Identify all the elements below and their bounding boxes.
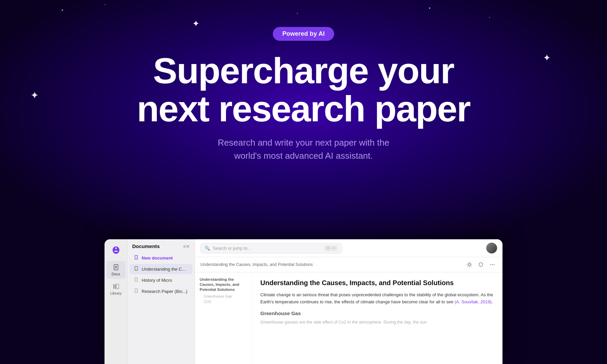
doc-paragraph-greenhouse: Greenhouse gasses are the side effect of… — [260, 319, 494, 326]
app-logo — [110, 244, 122, 256]
more-options-icon[interactable] — [488, 260, 497, 269]
toc-item-greenhouse[interactable]: Greenhouse Gas — [200, 294, 247, 298]
search-box[interactable]: 🔍 Search or jump to... ⌘+ K — [200, 243, 342, 253]
new-doc-label: New document — [142, 255, 173, 261]
hero-title-line2: next research paper — [137, 88, 470, 129]
svg-rect-7 — [113, 284, 114, 289]
svg-rect-9 — [116, 284, 119, 289]
documents-panel: Documents ≡✕ New document — [127, 239, 195, 364]
svg-point-25 — [468, 264, 470, 266]
breadcrumb-actions — [465, 260, 497, 269]
svg-point-26 — [490, 264, 491, 265]
sidebar-icons: Docs Library — [105, 239, 127, 364]
toc-item-main[interactable]: Understanding theCauses, Impacts, andPot… — [200, 277, 247, 292]
doc-icon-history — [134, 277, 139, 283]
hero-title-line1: Supercharge your — [153, 50, 454, 91]
toc-item-co2[interactable]: CO2 — [200, 300, 247, 304]
doc-item-history[interactable]: History of Micro — [129, 275, 193, 285]
hero-section: Powered by AI Supercharge your next rese… — [0, 0, 607, 162]
search-shortcut: ⌘+ K — [324, 245, 338, 251]
library-icon — [112, 283, 120, 290]
powered-badge: Powered by AI — [273, 27, 334, 41]
settings-icon[interactable] — [465, 260, 474, 269]
shield-icon[interactable] — [476, 260, 486, 269]
doc-label-history: History of Micro — [142, 278, 172, 283]
doc-icon-research — [134, 289, 139, 294]
avatar-image — [486, 243, 497, 253]
sidebar-item-docs[interactable]: Docs — [107, 261, 125, 279]
toc-panel: Understanding theCauses, Impacts, andPot… — [195, 272, 252, 364]
main-content: 🔍 Search or jump to... ⌘+ K Understandin… — [195, 239, 502, 364]
user-avatar[interactable] — [486, 243, 497, 253]
breadcrumb-bar: Understanding the Causes, Impacts, and P… — [195, 257, 502, 272]
search-icon: 🔍 — [205, 246, 210, 251]
hero-subtitle: Research and write your next paper with … — [218, 136, 389, 162]
hero-title: Supercharge your next research paper — [137, 52, 470, 128]
docs-label: Docs — [112, 272, 120, 276]
svg-point-27 — [492, 264, 493, 265]
breadcrumb: Understanding the Causes, Impacts, and P… — [200, 262, 462, 267]
docs-header: Documents ≡✕ — [127, 243, 195, 252]
doc-label-research: Research Paper (Bio...) — [142, 289, 187, 294]
doc-label-understanding: Understanding the C... — [142, 267, 185, 272]
docs-menu-icon[interactable]: ≡✕ — [183, 244, 190, 249]
doc-paragraph-1: Climate change is an serious threat that… — [260, 291, 494, 306]
svg-rect-8 — [115, 284, 116, 289]
doc-icon-understanding — [134, 266, 139, 272]
search-placeholder: Search or jump to... — [213, 246, 321, 251]
doc-item-research[interactable]: Research Paper (Bio...) — [129, 286, 193, 297]
document-content: Understanding the Causes, Impacts, and P… — [252, 272, 502, 364]
doc-section-greenhouse: Greenhouse Gas — [260, 310, 494, 316]
doc-item-understanding[interactable]: Understanding the C... — [129, 264, 193, 274]
app-window: Docs Library Documents ≡✕ — [105, 239, 502, 364]
citation-1: (A. Souvilak, 2019) — [455, 299, 492, 304]
svg-point-28 — [494, 264, 495, 265]
new-document-item[interactable]: New document — [129, 253, 193, 263]
docs-icon — [112, 264, 120, 271]
doc-title: Understanding the Causes, Impacts, and P… — [260, 278, 494, 287]
top-bar: 🔍 Search or jump to... ⌘+ K — [195, 239, 502, 257]
docs-title: Documents — [132, 243, 160, 249]
library-label: Library — [110, 291, 122, 295]
new-doc-icon — [134, 255, 139, 261]
content-body: Understanding theCauses, Impacts, andPot… — [195, 272, 502, 364]
sidebar-item-library[interactable]: Library — [107, 280, 125, 298]
